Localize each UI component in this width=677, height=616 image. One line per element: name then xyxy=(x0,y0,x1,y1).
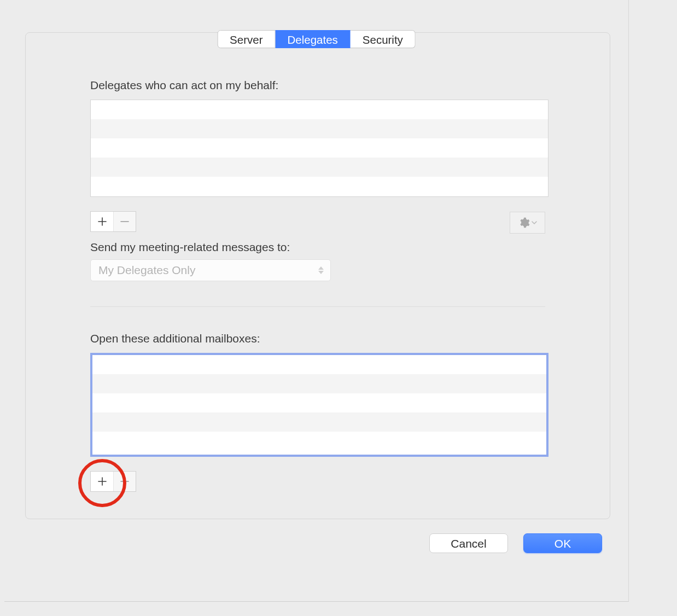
add-delegate-button[interactable] xyxy=(91,212,113,231)
remove-delegate-button xyxy=(113,212,136,231)
list-row xyxy=(92,374,546,393)
delegates-add-remove xyxy=(90,211,136,232)
ok-button[interactable]: OK xyxy=(523,533,602,553)
updown-icon xyxy=(318,266,324,274)
mailboxes-label: Open these additional mailboxes: xyxy=(90,332,545,345)
plus-icon xyxy=(97,217,107,226)
list-row xyxy=(91,158,548,177)
list-row xyxy=(92,432,546,451)
add-mailbox-button[interactable] xyxy=(91,472,113,491)
tab-server[interactable]: Server xyxy=(217,30,275,48)
gear-icon xyxy=(518,217,530,229)
divider xyxy=(90,306,545,307)
dialog-buttons: Cancel OK xyxy=(429,533,602,553)
delegates-pane: Delegates who can act on my behalf: Send… xyxy=(25,32,610,519)
list-row xyxy=(92,393,546,412)
list-row xyxy=(91,138,548,158)
remove-mailbox-button xyxy=(113,472,136,491)
meeting-messages-value: My Delegates Only xyxy=(98,264,195,277)
mailboxes-list[interactable] xyxy=(90,353,548,457)
cancel-button[interactable]: Cancel xyxy=(429,533,508,553)
delegates-list[interactable] xyxy=(90,100,548,197)
list-row xyxy=(92,355,546,374)
tab-delegates[interactable]: Delegates xyxy=(276,30,351,48)
account-advanced-window: Delegates who can act on my behalf: Send… xyxy=(4,0,629,602)
delegates-label: Delegates who can act on my behalf: xyxy=(90,79,545,92)
meeting-messages-label: Send my meeting-related messages to: xyxy=(90,241,545,254)
tab-security[interactable]: Security xyxy=(351,30,416,48)
list-row xyxy=(91,177,548,196)
meeting-messages-select: My Delegates Only xyxy=(90,259,331,281)
plus-icon xyxy=(97,476,107,486)
list-row xyxy=(91,119,548,138)
delegates-options-dropdown[interactable] xyxy=(510,212,545,234)
minus-icon xyxy=(120,217,130,226)
list-row xyxy=(91,100,548,119)
tab-bar: Server Delegates Security xyxy=(217,30,416,48)
minus-icon xyxy=(120,476,130,486)
list-row xyxy=(92,412,546,432)
chevron-down-icon xyxy=(532,220,537,225)
mailboxes-add-remove xyxy=(90,471,136,492)
